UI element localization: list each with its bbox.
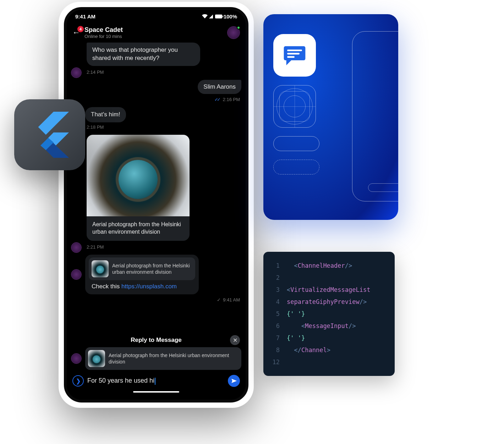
chevron-right-icon: ❯ xyxy=(76,378,81,384)
reply-avatar xyxy=(71,353,82,364)
code-token: < xyxy=(294,260,297,272)
quoted-message-bubble[interactable]: Aerial photograph from the Helsinki urba… xyxy=(85,255,199,294)
quote-thumbnail xyxy=(92,260,109,277)
message-row: Slim Aarons xyxy=(71,80,241,94)
wifi-icon xyxy=(202,14,208,18)
message-link[interactable]: https://unsplash.com xyxy=(121,283,177,290)
code-token: </ xyxy=(294,344,301,356)
status-time: 9:41 AM xyxy=(75,13,95,20)
message-bubble[interactable]: Who was that photographer you shared wit… xyxy=(87,43,200,66)
code-line: 4separateGiphyPreview /> xyxy=(269,296,388,308)
code-line: 2 xyxy=(269,272,388,284)
svg-rect-0 xyxy=(287,50,302,51)
message-row: That's him! xyxy=(71,107,241,122)
line-number: 7 xyxy=(269,332,280,344)
send-icon xyxy=(231,378,237,384)
blueprint-card: 100% xyxy=(263,14,398,220)
code-token: separateGiphyPreview xyxy=(287,296,360,308)
line-number: 4 xyxy=(269,296,280,308)
sent-check-icon: ✓ xyxy=(217,297,221,303)
message-timestamp: 2:14 PM xyxy=(87,70,241,75)
message-timestamp: ✓ 9:41 AM xyxy=(71,297,240,303)
code-token: {' '} xyxy=(287,332,305,344)
sender-avatar[interactable] xyxy=(71,67,82,78)
close-icon: ✕ xyxy=(233,337,237,344)
reply-quote-row: Aerial photograph from the Helsinki urba… xyxy=(71,347,241,370)
online-dot-icon xyxy=(237,26,240,29)
code-line: 3<VirtualizedMessageList xyxy=(269,284,388,296)
send-button[interactable] xyxy=(228,375,240,387)
chat-app-icon-tile xyxy=(273,34,316,77)
code-token: Channel xyxy=(301,344,327,356)
wireframe-home-bar xyxy=(368,183,398,192)
timestamp-text: 9:41 AM xyxy=(223,297,240,303)
code-token: VirtualizedMessageList xyxy=(290,284,370,296)
code-token: MessageInput xyxy=(305,320,349,332)
message-bubble[interactable]: That's him! xyxy=(85,107,126,122)
image-caption: Aerial photograph from the Helsinki urba… xyxy=(87,216,190,241)
flutter-logo-tile xyxy=(14,99,85,170)
code-token: {' '} xyxy=(287,308,305,320)
code-line: 7{' '} xyxy=(269,332,388,344)
expand-button[interactable]: ❯ xyxy=(72,375,84,387)
code-token: /> xyxy=(345,260,352,272)
sender-avatar[interactable] xyxy=(71,242,82,253)
flutter-icon xyxy=(30,112,69,158)
close-reply-button[interactable]: ✕ xyxy=(230,335,240,345)
quote-preview[interactable]: Aerial photograph from the Helsinki urba… xyxy=(89,257,195,280)
header-avatar[interactable] xyxy=(227,26,240,39)
message-image[interactable] xyxy=(87,135,190,216)
code-token: /> xyxy=(349,320,356,332)
wireframe-phone: 100% xyxy=(352,31,398,201)
line-number: 8 xyxy=(269,344,280,356)
unread-badge: 4 xyxy=(77,26,84,32)
timestamp-text: 2:16 PM xyxy=(223,97,240,102)
message-input[interactable]: For 50 years he used hi xyxy=(87,377,224,384)
input-text: For 50 years he used hi xyxy=(87,377,154,384)
sender-avatar[interactable] xyxy=(71,269,82,280)
back-button[interactable]: ← 4 xyxy=(72,28,80,37)
chat-subtitle: Online for 10 mins xyxy=(84,34,223,39)
message-list[interactable]: Who was that photographer you shared wit… xyxy=(67,43,246,332)
code-line: 12 xyxy=(269,356,388,368)
message-row: Aerial photograph from the Helsinki urba… xyxy=(87,135,241,241)
line-number: 12 xyxy=(269,356,280,368)
code-line: 1 <ChannelHeader /> xyxy=(269,260,388,272)
reply-quote-text: Aerial photograph from the Helsinki urba… xyxy=(109,352,239,365)
grid-line-icon xyxy=(295,85,295,127)
message-row: Who was that photographer you shared wit… xyxy=(71,43,241,66)
reply-title: Reply to Message xyxy=(131,337,182,344)
message-timestamp: 2:18 PM xyxy=(87,124,241,130)
phone-frame: 9:41 AM 100% ← 4 Space Cadet Online for … xyxy=(64,7,248,403)
code-line: 5{' '} xyxy=(269,308,388,320)
text-cursor-icon xyxy=(155,378,155,385)
blueprint-left-column xyxy=(273,34,319,174)
status-icons: 100% xyxy=(202,13,237,20)
battery-icon xyxy=(215,15,222,18)
wireframe-pill xyxy=(273,136,319,151)
reply-composer: Reply to Message ✕ Aerial photograph fro… xyxy=(67,332,246,400)
message-bubble[interactable]: Slim Aarons xyxy=(198,80,241,94)
code-line: 8 </Channel> xyxy=(269,344,388,356)
image-message-card[interactable]: Aerial photograph from the Helsinki urba… xyxy=(87,135,190,241)
message-timestamp: 2:21 PM xyxy=(87,244,241,250)
code-token: < xyxy=(301,320,305,332)
home-indicator[interactable] xyxy=(133,391,179,393)
code-token: /> xyxy=(360,296,367,308)
input-row: ❯ For 50 years he used hi xyxy=(71,373,241,388)
phone-screen: 9:41 AM 100% ← 4 Space Cadet Online for … xyxy=(67,10,246,400)
code-snippet: 1 <ChannelHeader /> 2 3<VirtualizedMessa… xyxy=(263,252,395,376)
chat-header: ← 4 Space Cadet Online for 10 mins xyxy=(67,23,246,43)
line-number: 3 xyxy=(269,284,280,296)
reply-quote-preview[interactable]: Aerial photograph from the Helsinki urba… xyxy=(85,347,241,370)
code-token: < xyxy=(287,284,290,296)
code-line: 6 <MessageInput /> xyxy=(269,320,388,332)
svg-rect-2 xyxy=(287,56,295,58)
line-number: 5 xyxy=(269,308,280,320)
svg-rect-1 xyxy=(287,53,300,55)
header-title-block[interactable]: Space Cadet Online for 10 mins xyxy=(84,26,223,39)
line-number: 1 xyxy=(269,260,280,272)
message-timestamp: ✓✓ 2:16 PM xyxy=(71,97,240,102)
code-token: > xyxy=(327,344,330,356)
icon-grid-guide xyxy=(273,85,316,128)
